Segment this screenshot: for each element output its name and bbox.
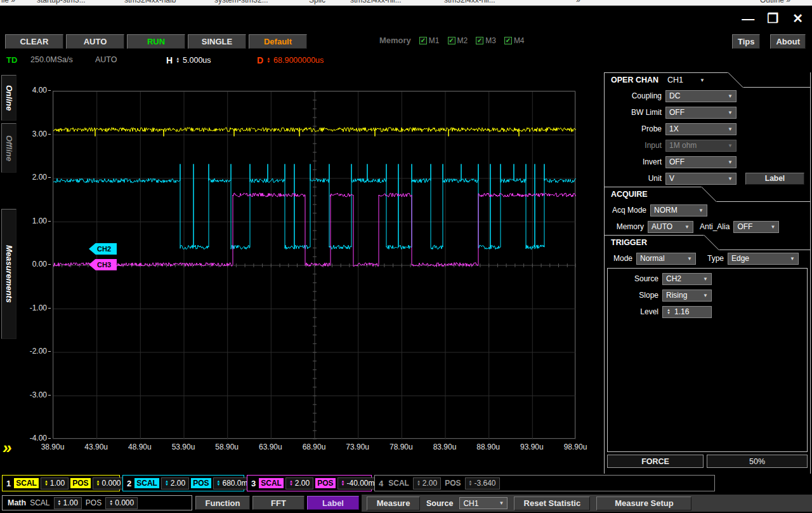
trigger-type-select[interactable]: Edge▼ (728, 253, 799, 265)
trigger-slope-select[interactable]: Rising▼ (662, 290, 712, 302)
checkbox-checked-icon: ✓ (419, 37, 427, 44)
unit-row: Unit V▼ Label (605, 170, 810, 187)
coupling-select[interactable]: DC▼ (665, 90, 737, 102)
channel4-pos-label: POS (443, 478, 462, 488)
channel1-bar: 1 SCAL ▲▼1.00 POS ▲▼0.000 (2, 475, 120, 491)
minimize-icon[interactable]: — (742, 11, 753, 26)
expand-chevrons-icon[interactable]: » (3, 439, 11, 456)
measure-source-select[interactable]: CH1▼ (459, 497, 508, 509)
chevron-down-icon: ▼ (728, 159, 733, 165)
channel2-scale-label: SCAL (134, 478, 159, 488)
up-down-spinner-icon[interactable]: ▲▼ (289, 480, 293, 486)
up-down-spinner-icon[interactable]: ▲▼ (109, 500, 113, 506)
channel4-number[interactable]: 4 (377, 479, 384, 488)
memory-m1-checkbox[interactable]: ✓M1 (419, 36, 440, 45)
fft-button[interactable]: FFT (252, 496, 304, 510)
measure-setup-button[interactable]: Measure Setup (596, 496, 691, 510)
fifty-percent-button[interactable]: 50% (707, 455, 808, 468)
memory-m3-checkbox[interactable]: ✓M3 (476, 36, 496, 45)
channel-label-button[interactable]: Label (745, 173, 804, 185)
up-down-spinner-icon[interactable]: ▲▼ (417, 480, 421, 486)
trigger-source-select[interactable]: CH2▼ (662, 273, 712, 285)
auto-button[interactable]: AUTO (66, 34, 124, 49)
x-tick-label: 48.90u (121, 443, 159, 451)
memory-m4-checkbox[interactable]: ✓M4 (504, 36, 525, 45)
channel4-pos-stepper[interactable]: ▲▼-3.640 (465, 477, 500, 490)
up-down-spinner-icon[interactable]: ▲▼ (341, 480, 345, 486)
tab-offline[interactable]: Offline (1, 123, 16, 173)
channel1-pos-stepper[interactable]: ▲▼0.000 (93, 477, 125, 490)
bw-limit-select[interactable]: OFF▼ (665, 107, 737, 119)
force-button[interactable]: FORCE (607, 455, 704, 468)
anti-alias-select[interactable]: OFF▼ (733, 221, 779, 233)
memory-depth-select[interactable]: AUTO▼ (648, 221, 693, 233)
y-tick-label: 3.00 (23, 130, 51, 138)
single-button[interactable]: SINGLE (188, 34, 246, 49)
delay-control[interactable]: D ▲▼ 68.9000000us (257, 55, 324, 65)
checkbox-checked-icon: ✓ (476, 37, 483, 44)
unit-select[interactable]: V▼ (665, 173, 737, 185)
memory-depth-row: Memory AUTO▼ Anti_Alia OFF▼ (605, 218, 810, 235)
default-button[interactable]: Default (249, 34, 307, 49)
math-scale-stepper[interactable]: ▲▼1.00 (54, 497, 82, 509)
scope-display: CH2 CH3 4.003.002.001.000.00-1.00-2.00-3… (23, 72, 604, 475)
function-button[interactable]: Function (195, 496, 250, 510)
clear-button[interactable]: CLEAR (5, 34, 63, 49)
channel3-scale-stepper[interactable]: ▲▼2.00 (285, 477, 313, 490)
channel3-number[interactable]: 3 (250, 479, 257, 488)
up-down-spinner-icon[interactable]: ▲▼ (667, 309, 671, 315)
up-down-spinner-icon[interactable]: ▲▼ (165, 480, 169, 486)
maximize-icon[interactable]: ❐ (767, 11, 778, 26)
d-value: 68.9000000us (273, 56, 324, 65)
reset-statistic-button[interactable]: Reset Statistic (514, 496, 590, 510)
math-pos-label: POS (86, 498, 102, 507)
channel1-number[interactable]: 1 (5, 479, 12, 488)
tab-measurements[interactable]: Measurements (1, 209, 16, 339)
channel4-bar: 4 SCAL ▲▼2.00 POS ▲▼-3.640 (374, 475, 715, 491)
up-down-spinner-icon[interactable]: ▲▼ (176, 57, 180, 63)
chevron-down-icon: ▼ (499, 500, 504, 506)
horizontal-scale-control[interactable]: H ▲▼ 5.000us (166, 55, 211, 65)
oscilloscope-window: ile » startup-stm3... stm32f4xx-haib sys… (0, 0, 812, 513)
up-down-spinner-icon[interactable]: ▲▼ (217, 480, 221, 486)
channel2-number[interactable]: 2 (126, 479, 133, 488)
oper-chan-select[interactable]: CH1▼ (667, 76, 705, 84)
run-button[interactable]: RUN (127, 34, 185, 49)
math-bar: Math SCAL ▲▼1.00 POS ▲▼0.000 (2, 495, 192, 510)
channel3-pos-stepper[interactable]: ▲▼-40.00m (337, 477, 379, 490)
up-down-spinner-icon[interactable]: ▲▼ (58, 500, 62, 506)
tab-online[interactable]: Online (1, 75, 16, 121)
bw-limit-row: BW Limit OFF▼ (605, 104, 810, 121)
up-down-spinner-icon[interactable]: ▲▼ (469, 480, 473, 486)
probe-select[interactable]: 1X▼ (665, 123, 737, 135)
channel1-scale-stepper[interactable]: ▲▼1.00 (41, 477, 69, 490)
chevron-down-icon: ▼ (728, 143, 733, 149)
tips-button[interactable]: Tips (732, 34, 761, 49)
tab-bottom-line (719, 250, 810, 250)
channel4-scale-stepper[interactable]: ▲▼2.00 (413, 477, 441, 490)
trigger-level-stepper[interactable]: ▲▼ 1.16 (662, 306, 712, 318)
invert-select[interactable]: OFF▼ (665, 156, 737, 168)
up-down-spinner-icon[interactable]: ▲▼ (44, 480, 48, 486)
trigger-source-row: Source CH2▼ (608, 270, 807, 287)
memory-m2-checkbox[interactable]: ✓M2 (448, 36, 468, 45)
tab-bottom-line (743, 87, 810, 88)
chevron-down-icon: ▼ (770, 224, 775, 230)
channel2-scale-stepper[interactable]: ▲▼2.00 (161, 477, 189, 490)
chevron-down-icon: ▼ (790, 256, 795, 262)
acquisition-mode-status: AUTO (95, 55, 117, 64)
up-down-spinner-icon[interactable]: ▲▼ (266, 57, 270, 63)
close-icon[interactable]: ✕ (792, 11, 803, 26)
tab-bottom-line (717, 201, 810, 202)
trigger-mode-select[interactable]: Normal▼ (636, 253, 696, 265)
about-button[interactable]: About (770, 34, 806, 49)
x-tick-label: 63.90u (251, 443, 289, 451)
math-pos-stepper[interactable]: ▲▼0.000 (105, 497, 138, 509)
measure-button[interactable]: Measure (367, 496, 420, 510)
math-label-button[interactable]: Label (307, 496, 359, 510)
channel2-pos-stepper[interactable]: ▲▼680.0m (213, 477, 252, 490)
up-down-spinner-icon[interactable]: ▲▼ (96, 480, 100, 486)
chevron-down-icon: ▼ (728, 110, 733, 116)
chevron-down-icon: ▼ (687, 256, 692, 262)
acq-mode-select[interactable]: NORM▼ (650, 204, 707, 217)
